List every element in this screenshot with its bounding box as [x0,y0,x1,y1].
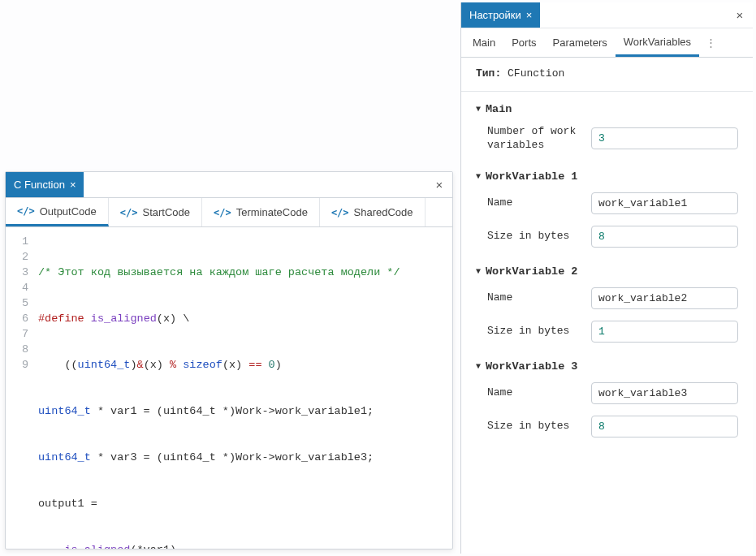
wv2-size-input[interactable] [591,321,738,343]
code-lines[interactable]: /* Этот код вызывается на каждом шаге ра… [35,227,452,549]
panel-close-button[interactable]: × [727,2,753,28]
tab-label: Ports [512,37,536,49]
tab-label: TerminateCode [236,206,308,218]
settings-body: ▼ Main Number of work variables ▼ WorkVa… [461,92,753,554]
settings-title-tab[interactable]: Настройки × [461,2,540,28]
wv1-size-input[interactable] [591,226,738,248]
code-titlebar: C Function × × [6,172,452,198]
wv3-size-input[interactable] [591,416,738,437]
section-workvariable-2: ▼ WorkVariable 2 Name Size in bytes [476,265,738,343]
type-label: Тип: [476,67,501,80]
section-title: WorkVariable 3 [486,360,577,373]
line-number: 9 [6,357,28,373]
tab-label: Parameters [553,37,607,49]
field-label: Number of work variables [487,125,591,153]
field-label: Name [487,196,591,210]
chevron-down-icon: ▼ [476,267,481,276]
code-icon: </> [214,207,231,218]
section-workvariable-3: ▼ WorkVariable 3 Name Size in bytes [476,360,738,437]
field-row: Name [487,192,738,214]
type-row: Тип: CFunction [461,58,753,92]
line-number: 4 [6,280,28,295]
section-header[interactable]: ▼ Main [476,103,738,115]
field-row: Number of work variables [487,125,738,153]
chevron-down-icon: ▼ [476,172,481,181]
code-line: output1 = [38,496,452,511]
spacer [540,2,727,28]
tab-label: StartCode [142,206,190,218]
window-close-button[interactable]: × [426,172,452,197]
tab-sharedcode[interactable]: </> SharedCode [320,198,426,226]
code-icon: </> [331,207,349,218]
code-icon: </> [17,205,35,217]
tab-terminatecode[interactable]: </> TerminateCode [202,198,320,226]
more-icon[interactable]: ⋮ [699,28,722,57]
line-number: 2 [6,249,28,265]
line-number: 7 [6,326,28,342]
line-number: 8 [6,342,28,357]
settings-titlebar: Настройки × × [461,2,753,28]
code-line: is_aligned(*var1) [38,542,452,549]
field-row: Name [487,287,738,309]
section-title: WorkVariable 1 [486,170,577,183]
tab-startcode[interactable]: </> StartCode [109,198,202,226]
line-number: 3 [6,265,28,280]
code-line: uint64_t * var3 = (uint64_t *)Work->work… [38,450,452,465]
tab-label: OutputCode [40,205,97,218]
num-work-variables-input[interactable] [591,127,738,149]
tab-label: SharedCode [354,206,413,218]
code-window-title: C Function [14,179,65,191]
code-line: ((uint64_t)&(x) % sizeof(x) == 0) [38,357,452,373]
field-label: Size in bytes [487,230,591,244]
tab-label: Main [473,37,495,49]
field-label: Size in bytes [487,325,591,338]
type-value: CFunction [508,67,564,80]
field-row: Size in bytes [487,226,738,248]
code-line: uint64_t * var1 = (uint64_t *)Work->work… [38,403,452,419]
section-header[interactable]: ▼ WorkVariable 1 [476,170,738,183]
spacer [84,172,426,197]
chevron-down-icon: ▼ [476,362,481,371]
section-header[interactable]: ▼ WorkVariable 2 [476,265,738,278]
code-icon: </> [120,207,138,218]
tab-parameters[interactable]: Parameters [545,28,616,57]
code-tabs: </> OutputCode </> StartCode </> Termina… [6,198,452,227]
line-number: 1 [6,234,28,249]
tab-label: WorkVariables [624,36,691,48]
field-row: Name [487,382,738,404]
section-title: Main [486,103,512,115]
section-workvariable-1: ▼ WorkVariable 1 Name Size in bytes [476,170,738,248]
field-row: Size in bytes [487,416,738,437]
section-header[interactable]: ▼ WorkVariable 3 [476,360,738,373]
wv1-name-input[interactable] [591,192,738,214]
tab-workvariables[interactable]: WorkVariables [616,28,699,57]
settings-panel: Настройки × × Main Ports Parameters Work… [460,2,753,554]
tab-outputcode[interactable]: </> OutputCode [6,198,109,226]
tab-main[interactable]: Main [464,28,503,57]
section-title: WorkVariable 2 [486,265,577,278]
close-icon[interactable]: × [70,179,76,191]
line-number: 6 [6,311,28,326]
code-window-tab[interactable]: C Function × [6,172,84,197]
wv3-name-input[interactable] [591,382,738,404]
section-main: ▼ Main Number of work variables [476,103,738,153]
settings-tabs: Main Ports Parameters WorkVariables ⋮ [461,28,753,58]
close-icon[interactable]: × [526,9,533,21]
field-label: Name [487,291,591,305]
line-gutter: 1 2 3 4 5 6 7 8 9 [6,227,35,549]
field-label: Name [487,386,591,400]
field-row: Size in bytes [487,321,738,343]
settings-title: Настройки [469,9,521,21]
chevron-down-icon: ▼ [476,105,481,114]
code-window: C Function × × </> OutputCode </> StartC… [5,171,453,550]
code-editor[interactable]: 1 2 3 4 5 6 7 8 9 /* Этот код вызывается… [6,227,452,549]
tab-ports[interactable]: Ports [503,28,544,57]
wv2-name-input[interactable] [591,287,738,309]
line-number: 5 [6,295,28,311]
code-line: #define is_aligned(x) \ [38,311,452,326]
code-line: /* Этот код вызывается на каждом шаге ра… [38,265,452,280]
field-label: Size in bytes [487,420,591,433]
